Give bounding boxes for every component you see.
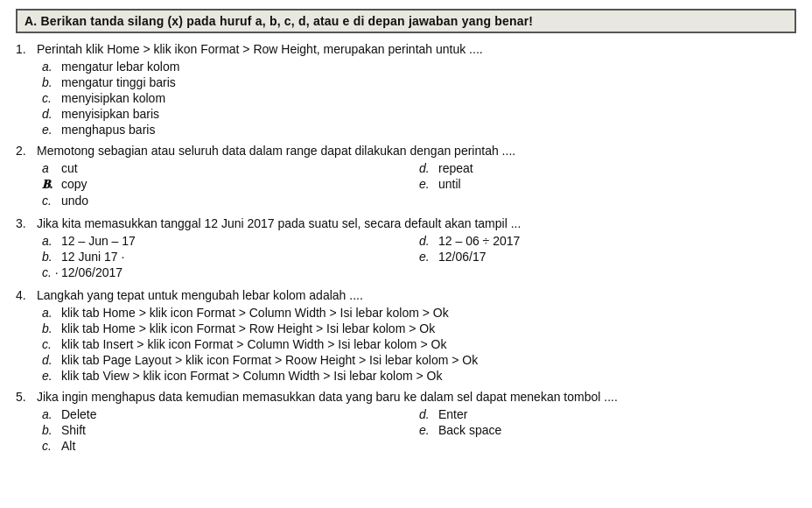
list-item: a. 12 – Jun – 17 bbox=[42, 234, 419, 248]
opt-text: 12/06/17 bbox=[438, 250, 796, 264]
opt-label: c. bbox=[42, 194, 61, 208]
opt-label: d. bbox=[42, 107, 61, 121]
list-item: a cut bbox=[42, 161, 419, 175]
q3-options: a. 12 – Jun – 17 d. 12 – 06 ÷ 2017 b. 12… bbox=[42, 234, 796, 281]
opt-text: Back space bbox=[438, 423, 796, 437]
opt-label: b. bbox=[42, 250, 61, 264]
q3-num: 3. bbox=[16, 216, 37, 230]
opt-label: e. bbox=[419, 177, 438, 191]
list-item: e. menghapus baris bbox=[42, 123, 796, 137]
q4-num: 4. bbox=[16, 288, 37, 302]
opt-text: repeat bbox=[438, 161, 796, 175]
q2-options: a cut d. repeat 𝐁. copy e. until c. undo bbox=[42, 161, 796, 209]
opt-text: menyisipkan kolom bbox=[61, 91, 796, 105]
list-item: d. menyisipkan baris bbox=[42, 107, 796, 121]
q1-text: Perintah klik Home > klik ikon Format > … bbox=[37, 42, 796, 56]
opt-label: b. bbox=[42, 75, 61, 89]
list-item: b. 12 Juni 17 · bbox=[42, 250, 419, 264]
list-item: c. undo bbox=[42, 194, 419, 208]
opt-text: klik tab Page Layout > klik icon Format … bbox=[61, 353, 796, 367]
list-item: 𝐁. copy bbox=[42, 177, 419, 192]
q5-num: 5. bbox=[16, 390, 37, 404]
question-2: 2. Memotong sebagian atau seluruh data d… bbox=[16, 144, 796, 209]
list-item: e. klik tab View > klik icon Format > Co… bbox=[42, 369, 796, 383]
opt-text: klik tab Home > klik icon Format > Colum… bbox=[61, 306, 796, 320]
list-item: e. 12/06/17 bbox=[419, 250, 796, 264]
opt-label: c. · bbox=[42, 265, 61, 279]
list-item: b. Shift bbox=[42, 423, 419, 437]
question-1: 1. Perintah klik Home > klik ikon Format… bbox=[16, 42, 796, 137]
opt-label: d. bbox=[419, 161, 438, 175]
q1-num: 1. bbox=[16, 42, 37, 56]
opt-text: menyisipkan baris bbox=[61, 107, 796, 121]
list-item: d. klik tab Page Layout > klik icon Form… bbox=[42, 353, 796, 367]
opt-label: d. bbox=[42, 353, 61, 367]
opt-label: 𝐁. bbox=[42, 177, 61, 192]
q3-text: Jika kita memasukkan tanggal 12 Juni 201… bbox=[37, 216, 796, 230]
opt-text: Alt bbox=[61, 439, 419, 453]
page: A. Berikan tanda silang (x) pada huruf a… bbox=[0, 0, 812, 508]
opt-label: b. bbox=[42, 423, 61, 437]
opt-label: c. bbox=[42, 439, 61, 453]
opt-text: until bbox=[438, 177, 796, 191]
opt-label: a. bbox=[42, 407, 61, 421]
q1-options: a. mengatur lebar kolom b. mengatur ting… bbox=[42, 60, 796, 137]
opt-label: c. bbox=[42, 337, 61, 351]
opt-text: 12 – 06 ÷ 2017 bbox=[438, 234, 796, 248]
opt-text: 12 – Jun – 17 bbox=[61, 234, 419, 248]
q4-options: a. klik tab Home > klik icon Format > Co… bbox=[42, 306, 796, 383]
list-item: d. 12 – 06 ÷ 2017 bbox=[419, 234, 796, 248]
question-5: 5. Jika ingin menghapus data kemudian me… bbox=[16, 390, 796, 455]
opt-text: undo bbox=[61, 194, 419, 208]
question-3: 3. Jika kita memasukkan tanggal 12 Juni … bbox=[16, 216, 796, 281]
opt-label: a. bbox=[42, 306, 61, 320]
opt-text: klik tab Insert > klik icon Format > Col… bbox=[61, 337, 796, 351]
q2-text: Memotong sebagian atau seluruh data dala… bbox=[37, 144, 796, 158]
opt-label: a. bbox=[42, 234, 61, 248]
list-item: e. until bbox=[419, 177, 796, 192]
opt-text: 12 Juni 17 · bbox=[61, 250, 419, 264]
list-item: c. Alt bbox=[42, 439, 419, 453]
list-item: a. klik tab Home > klik icon Format > Co… bbox=[42, 306, 796, 320]
opt-text: mengatur lebar kolom bbox=[61, 60, 796, 74]
opt-text: Delete bbox=[61, 407, 419, 421]
opt-label: e. bbox=[419, 250, 438, 264]
opt-text: copy bbox=[61, 177, 419, 191]
q5-options: a. Delete d. Enter b. Shift e. Back spac… bbox=[42, 407, 796, 455]
opt-label: a bbox=[42, 161, 61, 175]
opt-text: cut bbox=[61, 161, 419, 175]
opt-label: c. bbox=[42, 91, 61, 105]
opt-text: klik tab View > klik icon Format > Colum… bbox=[61, 369, 796, 383]
opt-label: a. bbox=[42, 60, 61, 74]
opt-label: b. bbox=[42, 321, 61, 335]
opt-label: e. bbox=[42, 123, 61, 137]
opt-text: mengatur tinggi baris bbox=[61, 75, 796, 89]
header: A. Berikan tanda silang (x) pada huruf a… bbox=[16, 9, 796, 33]
list-item: c. menyisipkan kolom bbox=[42, 91, 796, 105]
opt-label: d. bbox=[419, 407, 438, 421]
list-item: a. Delete bbox=[42, 407, 419, 421]
q5-text: Jika ingin menghapus data kemudian memas… bbox=[37, 390, 796, 404]
list-item: a. mengatur lebar kolom bbox=[42, 60, 796, 74]
list-item: c. klik tab Insert > klik icon Format > … bbox=[42, 337, 796, 351]
question-4: 4. Langkah yang tepat untuk mengubah leb… bbox=[16, 288, 796, 383]
opt-text: 12/06/2017 bbox=[61, 265, 419, 279]
q4-text: Langkah yang tepat untuk mengubah lebar … bbox=[37, 288, 796, 302]
list-item: e. Back space bbox=[419, 423, 796, 437]
opt-label: e. bbox=[42, 369, 61, 383]
list-item: b. mengatur tinggi baris bbox=[42, 75, 796, 89]
list-item: d. Enter bbox=[419, 407, 796, 421]
list-item: d. repeat bbox=[419, 161, 796, 175]
list-item: b. klik tab Home > klik icon Format > Ro… bbox=[42, 321, 796, 335]
opt-label: e. bbox=[419, 423, 438, 437]
opt-text: Shift bbox=[61, 423, 419, 437]
opt-label: d. bbox=[419, 234, 438, 248]
q2-num: 2. bbox=[16, 144, 37, 158]
list-item: c. · 12/06/2017 bbox=[42, 265, 419, 279]
opt-text: menghapus baris bbox=[61, 123, 796, 137]
opt-text: klik tab Home > klik icon Format > Row H… bbox=[61, 321, 796, 335]
opt-text: Enter bbox=[438, 407, 796, 421]
